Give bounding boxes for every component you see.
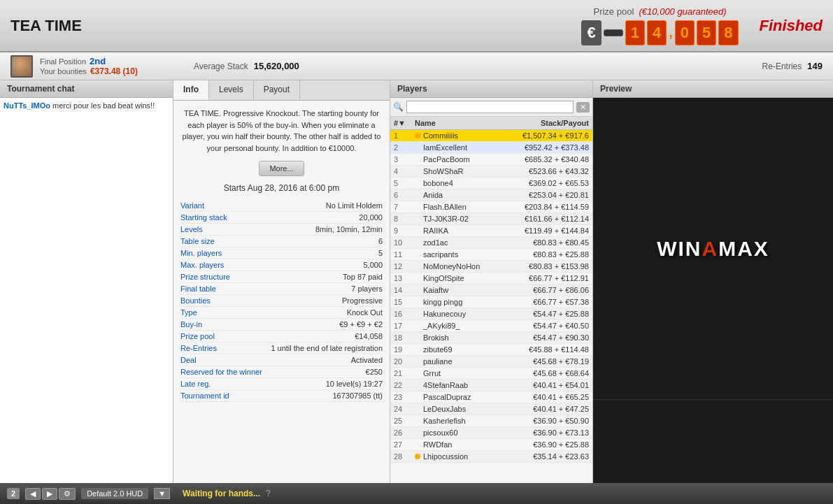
player-row[interactable]: 3PacPacBoom€685.32 + €340.48 bbox=[390, 154, 592, 166]
player-stack: €45.88 + €114.48 bbox=[498, 345, 589, 354]
player-name: Grrut bbox=[423, 369, 498, 377]
player-name: Hakunecouy bbox=[423, 310, 498, 318]
players-panel: Players 🔍 ✕ #▼ Name Stack/Payout 1Commii… bbox=[390, 80, 593, 483]
nav-settings-button[interactable]: ⚙ bbox=[59, 488, 76, 500]
player-row[interactable]: 15kingg pingg€66.77 + €57.38 bbox=[390, 296, 592, 308]
player-row[interactable]: 7Flash.BAllen€203.84 + €114.59 bbox=[390, 201, 592, 213]
player-rank: 9 bbox=[394, 226, 415, 235]
info-row: Table size6 bbox=[180, 236, 383, 247]
player-rank: 19 bbox=[394, 345, 415, 354]
player-stack: €35.14 + €23.63 bbox=[498, 452, 589, 461]
player-row[interactable]: 4ShoWShaR€523.66 + €43.32 bbox=[390, 166, 592, 178]
info-key: Final table bbox=[180, 285, 216, 293]
tab-levels[interactable]: Levels bbox=[209, 80, 254, 100]
search-icon: 🔍 bbox=[393, 102, 404, 112]
info-value: 8min, 10min, 12min bbox=[315, 225, 383, 233]
tab-info[interactable]: Info bbox=[173, 80, 209, 100]
more-button[interactable]: More... bbox=[259, 161, 304, 176]
prize-counter: € 1 4 , 0 5 8 bbox=[581, 20, 738, 45]
player-name: Flash.BAllen bbox=[423, 203, 498, 211]
player-rank: 27 bbox=[394, 440, 415, 449]
player-row[interactable]: 20pauliane€45.68 + €78.19 bbox=[390, 356, 592, 368]
prize-pool-area: Prize pool (€10,000 guaranteed) € 1 4 , … bbox=[581, 6, 738, 45]
player-name: KingOfSpite bbox=[423, 274, 498, 282]
info-value: 1 until the end of late registration bbox=[271, 344, 383, 352]
starts-info: Starts Aug 28, 2016 at 6:00 pm bbox=[180, 183, 383, 193]
player-stack: €36.90 + €25.88 bbox=[498, 440, 589, 449]
player-rank: 7 bbox=[394, 203, 415, 211]
info-row: Levels8min, 10min, 12min bbox=[180, 224, 383, 236]
info-value: Knock Out bbox=[347, 308, 383, 317]
player-row[interactable]: 25Kasherlefish€36.90 + €50.90 bbox=[390, 415, 592, 427]
player-row[interactable]: 26picsoux60€36.90 + €73.13 bbox=[390, 427, 592, 439]
info-row: Min. players5 bbox=[180, 247, 383, 259]
player-row[interactable]: 27RWDfan€36.90 + €25.88 bbox=[390, 439, 592, 451]
player-rank: 2 bbox=[394, 143, 415, 152]
info-value: €250 bbox=[366, 368, 383, 376]
player-row[interactable]: 1Commiiiiis€1,507.34 + €917.6 bbox=[390, 130, 592, 142]
tab-payout[interactable]: Payout bbox=[254, 80, 300, 100]
info-tabs: Info Levels Payout bbox=[173, 80, 390, 101]
player-name: PacPacBoom bbox=[423, 155, 498, 164]
player-row[interactable]: 24LeDeuxJabs€40.41 + €47.25 bbox=[390, 403, 592, 415]
info-key: Type bbox=[180, 308, 197, 317]
player-row[interactable]: 14Kaiaftw€66.77 + €86.06 bbox=[390, 285, 592, 296]
player-stack: €952.42 + €373.48 bbox=[498, 143, 589, 152]
player-row[interactable]: 8TJ-J0K3R-02€161.66 + €112.14 bbox=[390, 213, 592, 225]
prize-digit-6: 8 bbox=[718, 20, 738, 45]
player-row[interactable]: 11sacripants€80.83 + €25.88 bbox=[390, 249, 592, 261]
search-clear-button[interactable]: ✕ bbox=[576, 102, 590, 113]
info-row: Tournament id167307985 (tt) bbox=[180, 390, 383, 402]
player-row[interactable]: 12NoMoneyNoHon€80.83 + €153.98 bbox=[390, 261, 592, 273]
player-row[interactable]: 16Hakunecouy€54.47 + €25.88 bbox=[390, 308, 592, 320]
info-value: Progressive bbox=[342, 296, 383, 305]
player-name: LeDeuxJabs bbox=[423, 405, 498, 413]
player-row[interactable]: 2IamExcellent€952.42 + €373.48 bbox=[390, 142, 592, 154]
chat-user: NuTTs_IMOo bbox=[3, 101, 50, 110]
info-row: Prize structureTop 87 paid bbox=[180, 271, 383, 283]
player-name: bobone4 bbox=[423, 179, 498, 187]
info-value: 7 players bbox=[351, 285, 383, 293]
info-row: TypeKnock Out bbox=[180, 307, 383, 319]
info-content: TEA TIME. Progressive Knockout. The star… bbox=[173, 101, 390, 483]
info-row: Reserved for the winner€250 bbox=[180, 366, 383, 378]
nav-next-button[interactable]: ▶ bbox=[42, 488, 57, 500]
player-name: sacripants bbox=[423, 250, 498, 259]
player-name: RAIIKA bbox=[423, 226, 498, 235]
players-header: #▼ Name Stack/Payout bbox=[390, 117, 592, 130]
player-stack: €66.77 + €86.06 bbox=[498, 286, 589, 294]
player-row[interactable]: 6Anida€253.04 + €20.81 bbox=[390, 189, 592, 201]
preview-content: WINAMAX bbox=[593, 98, 833, 399]
info-value: 10 level(s) 19:27 bbox=[326, 380, 383, 388]
prize-euro-symbol: € bbox=[581, 20, 601, 45]
search-input[interactable] bbox=[406, 101, 574, 113]
info-key: Re-Entries bbox=[180, 344, 217, 352]
chat-panel: Tournament chat NuTTs_IMOo merci pour le… bbox=[0, 80, 173, 483]
player-row[interactable]: 17_AKyki89_€54.47 + €40.50 bbox=[390, 320, 592, 332]
player-rank: 26 bbox=[394, 429, 415, 437]
player-row[interactable]: 224StefanRaab€40.41 + €54.01 bbox=[390, 380, 592, 391]
player-row[interactable]: 10zod1ac€80.83 + €80.45 bbox=[390, 237, 592, 249]
player-row[interactable]: 28Lhipocussion€35.14 + €23.63 bbox=[390, 451, 592, 463]
player-rank: 25 bbox=[394, 417, 415, 425]
hud-dropdown-button[interactable]: ▼ bbox=[154, 488, 170, 499]
player-row[interactable]: 19zibute69€45.88 + €114.48 bbox=[390, 344, 592, 356]
info-row: Prize pool€14,058 bbox=[180, 331, 383, 343]
player-row[interactable]: 9RAIIKA€119.49 + €144.84 bbox=[390, 225, 592, 237]
player-name: RWDfan bbox=[423, 440, 498, 449]
help-icon[interactable]: ? bbox=[266, 489, 271, 498]
player-stack: €45.68 + €68.64 bbox=[498, 369, 589, 377]
prize-digit-4: 0 bbox=[675, 20, 695, 45]
player-row[interactable]: 18Brokish€54.47 + €90.30 bbox=[390, 332, 592, 344]
player-row[interactable]: 13KingOfSpite€66.77 + €112.91 bbox=[390, 273, 592, 285]
player-info: Final Position 2nd Your bounties €373.48… bbox=[40, 56, 138, 76]
player-row[interactable]: 5bobone4€369.02 + €65.53 bbox=[390, 178, 592, 189]
player-rank: 16 bbox=[394, 310, 415, 318]
player-row[interactable]: 21Grrut€45.68 + €68.64 bbox=[390, 368, 592, 380]
nav-prev-button[interactable]: ◀ bbox=[25, 488, 41, 500]
preview-title: Preview bbox=[593, 80, 833, 98]
col-num: #▼ bbox=[394, 119, 415, 127]
player-name: pauliane bbox=[423, 357, 498, 366]
player-row[interactable]: 23PascalDupraz€40.41 + €65.25 bbox=[390, 391, 592, 403]
reentries-label: Re-Entries bbox=[762, 62, 802, 71]
